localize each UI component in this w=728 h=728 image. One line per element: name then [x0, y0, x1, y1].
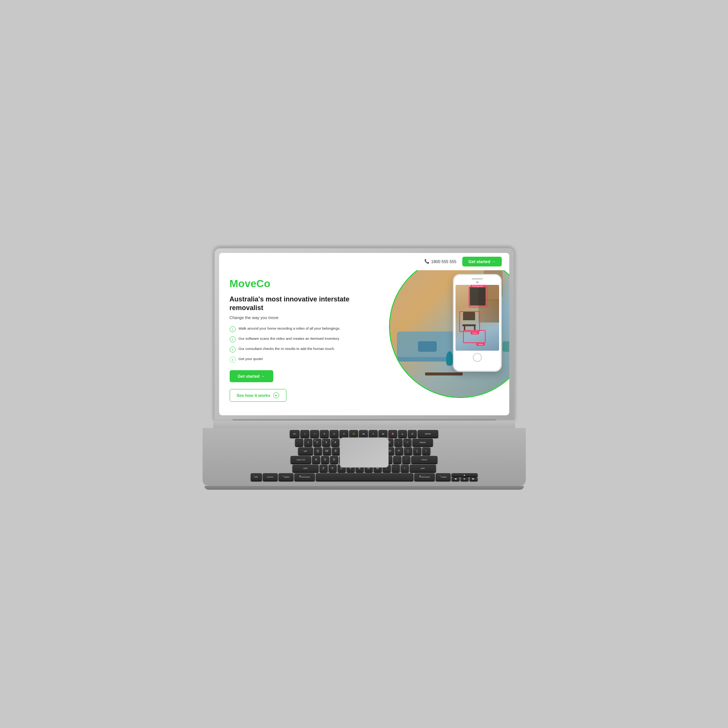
key-up: ▲	[451, 473, 478, 477]
key-command-left: ⌘ command	[294, 473, 315, 481]
fridge-label: Refrigerator	[471, 285, 486, 288]
key-z: Z	[320, 465, 328, 472]
chair-detection-box: Chair	[459, 311, 480, 332]
key-control: control	[263, 473, 278, 481]
key-f9: ⏭	[378, 430, 387, 437]
key-esc: esc	[290, 430, 300, 437]
left-content-panel: MoveCo Australia's most innovative inter…	[219, 270, 370, 415]
key-left: ◀	[451, 477, 460, 481]
key-f6: 🔆	[349, 430, 358, 437]
key-period: >.	[392, 465, 400, 472]
key-right: ▶	[470, 477, 478, 481]
header-get-started-button[interactable]: Get started →	[462, 257, 502, 266]
phone-number-text: 1800 555 555	[431, 259, 456, 264]
bottom-key-row: fnfn control ⌥ option ⌘ command ⌘ comman…	[214, 473, 514, 481]
key-command-right: ⌘ command	[414, 473, 435, 481]
key-p: P	[395, 447, 403, 455]
key-q: Q	[314, 447, 322, 455]
key-delete2: delete	[412, 439, 433, 446]
key-slash: ?/	[401, 465, 409, 472]
step-4-number: 4	[229, 357, 236, 363]
key-down: ▼	[460, 477, 469, 481]
key-capslock: caps lock	[291, 456, 311, 463]
step-3-text: Our consultant checks the AI results to …	[239, 346, 335, 351]
function-key-row: esc ☀ ☀ ⊞ ⊟ 🔅 🔆 ⏮ ⏸ ⏭ 🔇 🔉 🔊 delete	[214, 430, 514, 437]
step-1-text: Walk around your home recording a video …	[239, 326, 341, 331]
key-2: @2	[313, 439, 321, 446]
arrow-key-cluster: ▲ ◀ ▼ ▶	[451, 473, 478, 481]
step-3: 3 Our consultant checks the AI results t…	[229, 346, 359, 353]
key-semicolon: :;	[393, 456, 401, 463]
website-header: 📞 1800 555 555 Get started →	[219, 253, 509, 270]
key-quote: "'	[402, 456, 410, 463]
phone-screen: Refrigerator	[456, 285, 499, 351]
step-2-text: Our software scans the video and creates…	[239, 336, 340, 341]
laptop-device: 📞 1800 555 555 Get started → MoveCo Aust…	[203, 248, 526, 481]
steps-list: 1 Walk around your home recording a vide…	[229, 326, 359, 363]
key-option-left: ⌥ option	[278, 473, 294, 481]
key-tab: tab	[298, 447, 313, 455]
phone-number-display: 📞 1800 555 555	[424, 259, 456, 264]
phone-camera	[476, 281, 479, 283]
key-w: W	[323, 447, 331, 455]
key-space	[316, 473, 413, 481]
right-hero-section: Refrigerator	[350, 270, 509, 415]
key-f11: 🔉	[398, 430, 407, 437]
brand-logo: MoveCo	[229, 278, 359, 290]
website-main: MoveCo Australia's most innovative inter…	[219, 270, 509, 415]
step-1-number: 1	[229, 326, 236, 332]
step-1: 1 Walk around your home recording a vide…	[229, 326, 359, 332]
key-f2: ☀	[310, 430, 319, 437]
cta-buttons: Get started → See how it works	[229, 370, 359, 402]
key-s: S	[321, 456, 329, 463]
key-fn: fnfn	[251, 473, 262, 481]
key-f10: 🔇	[388, 430, 397, 437]
key-delete: delete	[418, 430, 438, 437]
key-f3: ⊞	[320, 430, 329, 437]
key-lbracket: {[	[404, 447, 412, 455]
laptop-lid: 📞 1800 555 555 Get started → MoveCo Aust…	[214, 248, 514, 421]
key-4: $4	[331, 439, 340, 446]
laptop-base: esc ☀ ☀ ⊞ ⊟ 🔅 🔆 ⏮ ⏸ ⏭ 🔇 🔉 🔊 delete ~` !1…	[203, 421, 526, 483]
key-return: return	[411, 456, 437, 463]
table-label: Table	[476, 343, 485, 346]
laptop-bottom-edge	[205, 486, 524, 490]
phone-home-button	[473, 353, 482, 362]
play-circle-icon	[273, 392, 279, 398]
step-4: 4 Get your quote!	[229, 356, 359, 363]
phone-icon: 📞	[424, 259, 430, 264]
keyboard-area: esc ☀ ☀ ⊞ ⊟ 🔅 🔆 ⏮ ⏸ ⏭ 🔇 🔉 🔊 delete ~` !1…	[203, 428, 526, 486]
step-3-number: 3	[229, 347, 236, 353]
key-option-right: ⌥ option	[436, 473, 451, 481]
trackpad[interactable]	[340, 437, 388, 468]
key-a: A	[312, 456, 320, 463]
key-e: E	[332, 447, 340, 455]
svg-marker-0	[275, 394, 277, 396]
main-tagline: Australia's most innovative interstate r…	[229, 295, 359, 313]
key-tilde: ~`	[295, 439, 303, 446]
key-shift-right: shift	[410, 465, 436, 472]
key-rbracket: }]	[413, 447, 421, 455]
key-f1: ☀	[300, 430, 309, 437]
sub-tagline: Change the way you move	[229, 315, 359, 320]
step-2-number: 2	[229, 336, 236, 343]
see-how-it-works-button[interactable]: See how it works	[229, 389, 286, 402]
step-2: 2 Our software scans the video and creat…	[229, 336, 359, 343]
key-backslash: |\	[422, 447, 430, 455]
phone-speaker	[472, 278, 483, 280]
key-f8: ⏸	[369, 430, 378, 437]
key-f12: 🔊	[408, 430, 417, 437]
step-4-text: Get your quote!	[239, 356, 263, 361]
key-1: !1	[304, 439, 312, 446]
key-shift-left: shift	[292, 465, 319, 472]
key-x: X	[329, 465, 337, 472]
screen-content: 📞 1800 555 555 Get started → MoveCo Aust…	[219, 253, 509, 415]
main-get-started-button[interactable]: Get started →	[229, 370, 273, 382]
base-lip	[213, 421, 515, 428]
phone-mockup: Refrigerator	[453, 274, 502, 372]
key-d: D	[330, 456, 338, 463]
screen-bezel: 📞 1800 555 555 Get started → MoveCo Aust…	[219, 253, 509, 415]
key-equals: +=	[403, 439, 411, 446]
key-f5: 🔅	[340, 430, 349, 437]
key-f4: ⊟	[330, 430, 339, 437]
